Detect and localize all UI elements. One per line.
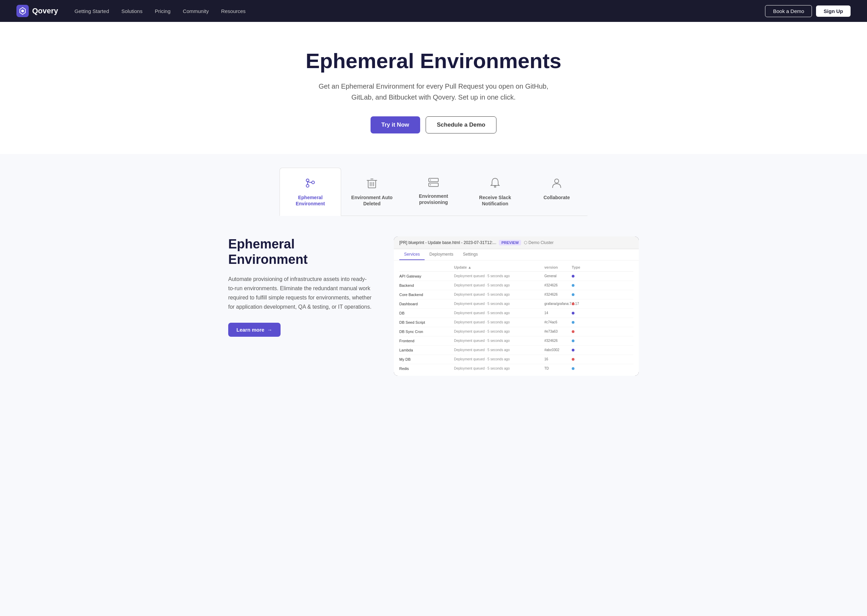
mock-header: [PR] blueprint - Update base.html - 2023… <box>394 236 639 249</box>
tab-ephemeral-label: EphemeralEnvironment <box>295 194 325 207</box>
service-name: Redis <box>399 366 454 371</box>
service-name: Frontend <box>399 339 454 343</box>
git-branch-icon <box>305 178 316 191</box>
tab-slack-label: Receive SlackNotification <box>479 194 511 207</box>
service-name: API Gateway <box>399 274 454 278</box>
preview-badge: PREVIEW <box>499 240 521 245</box>
service-type-icon <box>572 311 599 315</box>
svg-point-4 <box>312 181 314 184</box>
mock-tab-deployments[interactable]: Deployments <box>425 249 458 260</box>
table-row: DB Sync Cron Deployment queued · 5 secon… <box>399 327 633 336</box>
hero-buttons: Try it Now Schedule a Demo <box>16 116 851 134</box>
service-status: Deployment queued · 5 seconds ago <box>454 283 544 287</box>
feature-tabs-section: EphemeralEnvironment Environment AutoDel… <box>0 154 867 215</box>
service-status: Deployment queued · 5 seconds ago <box>454 366 544 370</box>
nav-getting-started[interactable]: Getting Started <box>75 8 109 14</box>
mock-header-text: [PR] blueprint - Update base.html - 2023… <box>399 240 496 245</box>
service-version: #e73a63 <box>544 330 572 333</box>
tab-ephemeral-environment[interactable]: EphemeralEnvironment <box>280 168 341 215</box>
service-version: 16 <box>544 357 572 361</box>
nav-pricing[interactable]: Pricing <box>155 8 170 14</box>
service-type-icon <box>572 320 599 324</box>
tab-collaborate[interactable]: Collaborate <box>526 168 587 215</box>
service-version: General <box>544 274 572 278</box>
service-name: Core Backend <box>399 292 454 297</box>
mock-tab-settings[interactable]: Settings <box>458 249 482 260</box>
table-row: Core Backend Deployment queued · 5 secon… <box>399 290 633 299</box>
qovery-logo-icon <box>16 5 29 17</box>
logo-text: Qovery <box>32 6 58 16</box>
hero-subtitle: Get an Ephemeral Environment for every P… <box>317 81 550 103</box>
service-type-icon <box>572 357 599 361</box>
service-type-icon <box>572 274 599 278</box>
svg-point-17 <box>554 179 559 183</box>
service-type-icon <box>572 283 599 288</box>
table-row: My DB Deployment queued · 5 seconds ago … <box>399 355 633 364</box>
content-description: Automate provisioning of infrastructure … <box>228 275 372 312</box>
service-status: Deployment queued · 5 seconds ago <box>454 320 544 324</box>
svg-point-1 <box>21 9 24 12</box>
service-type-icon <box>572 366 599 371</box>
bell-icon <box>490 178 500 191</box>
schedule-demo-button[interactable]: Schedule a Demo <box>426 116 497 134</box>
service-name: Lambda <box>399 348 454 352</box>
nav-solutions[interactable]: Solutions <box>121 8 143 14</box>
service-status: Deployment queued · 5 seconds ago <box>454 302 544 306</box>
service-status: Deployment queued · 5 seconds ago <box>454 311 544 315</box>
hero-section: Ephemeral Environments Get an Ephemeral … <box>0 22 867 154</box>
person-icon <box>552 178 561 191</box>
table-row: Backend Deployment queued · 5 seconds ag… <box>399 281 633 290</box>
tab-env-provisioning[interactable]: Environmentprovisioning <box>403 168 464 215</box>
try-now-button[interactable]: Try it Now <box>371 116 420 134</box>
nav-community[interactable]: Community <box>183 8 209 14</box>
trash-icon <box>367 178 377 191</box>
service-name: DB Seed Script <box>399 320 454 324</box>
tab-env-auto-deleted[interactable]: Environment AutoDeleted <box>341 168 403 215</box>
content-text-block: Ephemeral Environment Automate provision… <box>228 236 372 337</box>
hero-title: Ephemeral Environments <box>16 49 851 72</box>
service-name: DB Sync Cron <box>399 330 454 334</box>
table-row: Redis Deployment queued · 5 seconds ago … <box>399 364 633 373</box>
table-row: Lambda Deployment queued · 5 seconds ago… <box>399 346 633 355</box>
col-type: Type <box>572 265 599 269</box>
sign-up-button[interactable]: Sign Up <box>816 5 851 17</box>
table-row: API Gateway Deployment queued · 5 second… <box>399 272 633 281</box>
service-rows: API Gateway Deployment queued · 5 second… <box>399 272 633 373</box>
mock-cluster-text: ⬡ Demo Cluster <box>524 240 554 245</box>
service-version: 14 <box>544 311 572 315</box>
tab-slack-notification[interactable]: Receive SlackNotification <box>464 168 526 215</box>
service-type-icon <box>572 330 599 334</box>
nav-links: Getting Started Solutions Pricing Commun… <box>75 8 765 14</box>
svg-point-3 <box>306 184 309 187</box>
service-version: grafana/grafana:7.3.17 <box>544 302 572 306</box>
nav-resources[interactable]: Resources <box>221 8 246 14</box>
service-name: Dashboard <box>399 302 454 306</box>
table-row: DB Deployment queued · 5 seconds ago 14 <box>399 309 633 318</box>
content-title: Ephemeral Environment <box>228 236 372 268</box>
content-section: Ephemeral Environment Automate provision… <box>0 216 867 403</box>
service-version: TD <box>544 366 572 370</box>
navbar: Qovery Getting Started Solutions Pricing… <box>0 0 867 22</box>
service-status: Deployment queued · 5 seconds ago <box>454 357 544 361</box>
learn-more-button[interactable]: Learn more → <box>228 323 281 337</box>
service-status: Deployment queued · 5 seconds ago <box>454 348 544 352</box>
tab-provisioning-label: Environmentprovisioning <box>419 193 448 205</box>
service-version: #324626 <box>544 292 572 296</box>
table-row: Dashboard Deployment queued · 5 seconds … <box>399 299 633 309</box>
arrow-right-icon: → <box>267 327 272 333</box>
content-image-panel: [PR] blueprint - Update base.html - 2023… <box>394 236 639 376</box>
service-version: #abc0302 <box>544 348 572 352</box>
logo[interactable]: Qovery <box>16 5 58 17</box>
mock-tab-services[interactable]: Services <box>399 249 425 260</box>
service-type-icon <box>572 339 599 343</box>
book-demo-button[interactable]: Book a Demo <box>765 5 812 17</box>
col-version: version <box>544 265 572 269</box>
service-status: Deployment queued · 5 seconds ago <box>454 339 544 343</box>
table-row: Frontend Deployment queued · 5 seconds a… <box>399 336 633 346</box>
service-version: #324626 <box>544 339 572 343</box>
service-status: Deployment queued · 5 seconds ago <box>454 274 544 278</box>
table-row: DB Seed Script Deployment queued · 5 sec… <box>399 318 633 327</box>
service-version: #c74ac6 <box>544 320 572 324</box>
service-name: DB <box>399 311 454 315</box>
service-status: Deployment queued · 5 seconds ago <box>454 292 544 296</box>
